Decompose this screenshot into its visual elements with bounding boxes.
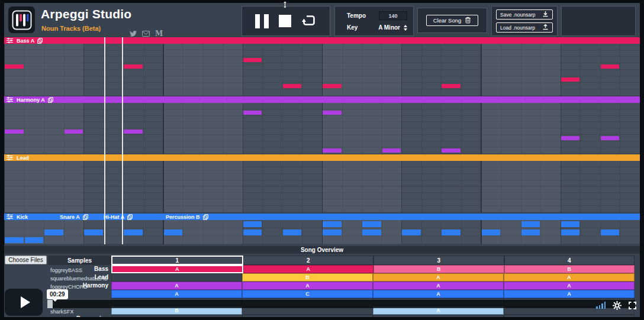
note[interactable]	[283, 230, 302, 235]
note[interactable]	[124, 230, 143, 235]
track-tab-hi-hat-a[interactable]: Hi-Hat A	[104, 214, 162, 220]
note[interactable]	[601, 230, 620, 235]
track-tab-bass-a[interactable]: Bass A	[17, 38, 43, 44]
save-button[interactable]: Save .nounsarp	[496, 9, 553, 20]
app-subtitle[interactable]: Noun Tracks (Beta)	[41, 25, 101, 32]
note[interactable]	[323, 230, 342, 235]
note[interactable]	[243, 230, 262, 235]
settings-gear-icon[interactable]	[613, 301, 622, 310]
track-tab-percussion-b[interactable]: Percussion B	[166, 214, 208, 220]
pause-button[interactable]	[255, 14, 269, 28]
harmony-grid[interactable]	[4, 103, 640, 154]
loop-button[interactable]	[301, 14, 317, 29]
note[interactable]	[561, 221, 580, 227]
video-play-button[interactable]	[5, 289, 43, 316]
note[interactable]	[561, 77, 580, 82]
section-column-2[interactable]: 2	[243, 256, 374, 265]
note[interactable]	[65, 130, 83, 134]
track-tab-harmony-a[interactable]: Harmony A	[17, 97, 53, 103]
overview-section-cell[interactable]: B	[373, 265, 504, 273]
arpeggi-logo-icon[interactable]	[8, 7, 35, 33]
note[interactable]	[521, 221, 540, 227]
key-spinner-icon[interactable]	[404, 25, 407, 31]
medium-icon[interactable]: M	[155, 30, 163, 37]
note[interactable]	[561, 136, 580, 140]
harmony-track-header[interactable]: Harmony A	[4, 96, 640, 103]
section-column-3[interactable]: 3	[373, 256, 504, 265]
overview-section-cell[interactable]: A	[373, 290, 504, 298]
section-column-1[interactable]: 1	[111, 256, 243, 265]
drums-track-header[interactable]: KickSnare AHi-Hat APercussion B	[4, 214, 640, 220]
tempo-input[interactable]: 140	[379, 11, 407, 20]
copy-icon[interactable]	[203, 214, 208, 220]
overview-section-cell[interactable]	[373, 315, 504, 317]
note[interactable]	[601, 136, 620, 140]
note[interactable]	[25, 237, 44, 243]
note[interactable]	[323, 111, 342, 115]
note[interactable]	[44, 230, 63, 235]
key-select[interactable]: A Minor	[378, 24, 407, 31]
overview-section-cell[interactable]: A	[504, 282, 635, 290]
lead-grid[interactable]	[4, 161, 640, 212]
note[interactable]	[442, 230, 461, 235]
lead-track-header[interactable]: Lead	[4, 154, 640, 161]
bass-track-header[interactable]: Bass A	[4, 37, 640, 44]
playhead-line[interactable]	[122, 37, 123, 244]
overview-section-cell[interactable]: A	[373, 273, 504, 282]
note[interactable]	[442, 148, 461, 153]
note[interactable]	[283, 84, 302, 88]
overview-section-cell[interactable]	[111, 315, 242, 317]
note[interactable]	[521, 230, 540, 235]
drums-grid[interactable]	[4, 220, 640, 244]
note[interactable]	[5, 130, 24, 134]
fullscreen-icon[interactable]	[629, 302, 636, 309]
overview-section-cell[interactable]	[504, 315, 635, 317]
video-progress-bar[interactable]	[47, 300, 635, 308]
overview-section-cell[interactable]: C	[242, 290, 373, 298]
note[interactable]	[84, 230, 103, 235]
note[interactable]	[164, 230, 183, 235]
note[interactable]	[561, 230, 580, 235]
stop-button[interactable]	[279, 15, 291, 27]
note[interactable]	[5, 64, 24, 69]
copy-icon[interactable]	[37, 38, 43, 44]
overview-section-cell[interactable]: A	[373, 282, 504, 290]
overview-section-cell[interactable]: A	[504, 273, 635, 282]
copy-icon[interactable]	[48, 97, 53, 103]
overview-section-cell[interactable]: A	[242, 282, 373, 290]
choose-files-button[interactable]: Choose Files	[5, 256, 47, 264]
overview-section-cell[interactable]	[111, 273, 242, 282]
section-column-4[interactable]: 4	[504, 256, 635, 265]
overview-sample-name[interactable]: foggreyBASS	[50, 267, 82, 273]
note[interactable]	[124, 64, 143, 69]
overview-section-cell[interactable]: A	[243, 265, 374, 273]
note[interactable]	[243, 58, 262, 62]
overview-sample-name[interactable]: sharkSFX	[50, 309, 74, 315]
note[interactable]	[124, 130, 143, 134]
overview-sample-name[interactable]: squarebluemedsatLEAD	[50, 276, 108, 282]
note[interactable]	[362, 230, 381, 235]
note[interactable]	[5, 237, 24, 243]
note[interactable]	[323, 148, 342, 153]
note[interactable]	[323, 84, 342, 88]
clear-song-button[interactable]: Clear Song	[426, 15, 478, 26]
note[interactable]	[402, 230, 421, 235]
note[interactable]	[382, 148, 401, 153]
note[interactable]	[243, 221, 262, 227]
note[interactable]	[323, 221, 342, 227]
note[interactable]	[601, 64, 620, 69]
overview-section-cell[interactable]	[242, 315, 373, 317]
note[interactable]	[482, 230, 501, 235]
note[interactable]	[362, 221, 381, 227]
overview-section-cell[interactable]: B	[242, 273, 373, 282]
overview-section-cell[interactable]: B	[504, 265, 635, 273]
note[interactable]	[243, 111, 262, 115]
overview-section-cell[interactable]: A	[111, 265, 243, 273]
load-button[interactable]: Load .nounsarp	[496, 22, 553, 33]
copy-icon[interactable]	[83, 214, 88, 220]
overview-section-cell[interactable]: A	[111, 282, 242, 290]
overview-section-cell[interactable]: A	[111, 290, 242, 298]
track-tab-kick[interactable]: Kick	[17, 214, 56, 220]
playhead-line[interactable]	[104, 37, 105, 244]
overview-section-cell[interactable]: A	[504, 290, 635, 298]
